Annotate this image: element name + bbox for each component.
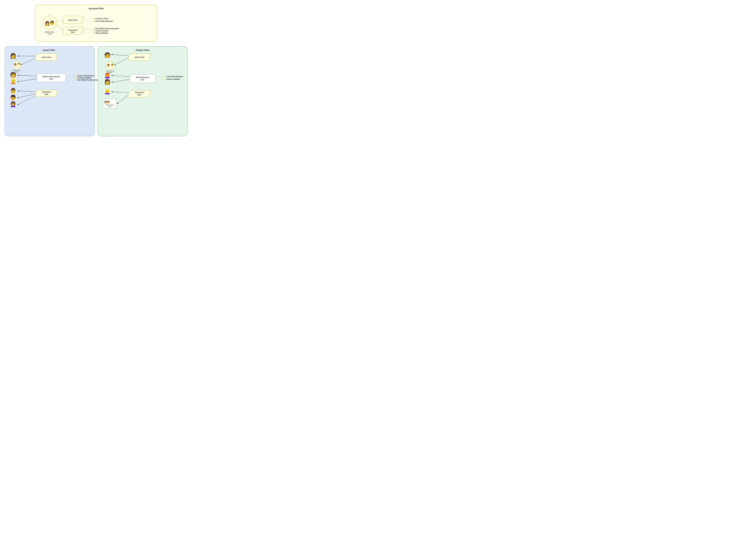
project-hex-avatar-2: 👨 <box>111 64 114 66</box>
asset-title: Asset iTwin <box>43 49 55 51</box>
project-avatar-c: 👩‍🦰 <box>104 72 111 79</box>
project-avatar-d: 👩 <box>104 79 111 85</box>
project-title: Project iTwin <box>136 49 150 51</box>
external-group-label-1: External Users <box>106 104 114 106</box>
account-group-label-line2: Group <box>47 33 52 35</box>
asset-imodel-admin-role-shape <box>37 74 66 82</box>
project-imodel-manager-role-shape <box>130 75 155 83</box>
asset-avatar-4: 👱 <box>10 78 16 84</box>
account-perm-lightning-4: ⚡ Create an Issue <box>93 30 108 32</box>
asset-imodel-admin-role-label-2: Role <box>49 78 53 80</box>
asset-participant-role-label-1: Participant <box>42 91 51 93</box>
diagram-svg: Account iTwin 👩 👨 Administrator Group Ad… <box>3 3 189 138</box>
project-avatar-a: 🧑 <box>104 52 111 58</box>
project-imodel-perm-2: ⚡ Create an iModel <box>164 78 180 80</box>
asset-avatar-3: 🧑 <box>10 72 16 78</box>
account-title: Account iTwin <box>89 7 104 10</box>
asset-avatar-5: 👨 <box>10 88 16 94</box>
asset-imodel-admin-role-label-1: iModel Administrator <box>42 76 60 78</box>
asset-avatar-1: 👩 <box>10 53 16 59</box>
asset-admin-role-label: Admin Role <box>42 56 51 58</box>
asset-imodel-perm-2: ⚡ Create an iModel <box>75 77 91 79</box>
account-group-label-line1: Administrator <box>45 31 55 33</box>
project-hex-avatar-1: 👩 <box>107 64 110 67</box>
account-perm-lightning-3: ⚡ Run iModel Synchronization <box>93 27 119 30</box>
account-avatar-male: 👨 <box>50 20 55 25</box>
project-participant-role-label-2: Role <box>137 94 141 96</box>
account-perm-lightning-5: ⚡ View an iModel <box>93 32 108 34</box>
external-group-avatar-1: 👩 <box>104 101 107 104</box>
asset-participant-role-label-2: Role <box>45 93 48 95</box>
account-participant-role-label-2: Role <box>71 31 75 33</box>
main-diagram: Account iTwin 👩 👨 Administrator Group Ad… <box>3 3 189 138</box>
account-participant-role-label-1: Participant <box>68 29 78 31</box>
account-avatar-female: 👩 <box>45 21 50 26</box>
asset-imodel-perm-1: ⚡ Invite iTwin Members <box>75 75 94 77</box>
external-group-label-2: Group <box>108 106 112 107</box>
project-admin-role-label: Admin Role <box>134 56 144 58</box>
asset-hex-avatar-2: 👨 <box>17 63 20 66</box>
asset-avatar-7: 👩‍🦱 <box>10 101 16 107</box>
asset-admin-group-label-1: Administrator <box>13 70 21 71</box>
project-participant-role-label-1: Participant <box>135 91 144 93</box>
asset-avatar-6: 👦 <box>10 95 16 101</box>
project-admin-group-label-1: Administrator <box>106 70 114 72</box>
account-perm-lightning-2: ⚡ Invite iTwin Members <box>93 20 113 22</box>
asset-imodel-perm-3: ⚡ Run iModel Synchronization <box>75 79 100 81</box>
project-imodel-manager-label-2: Role <box>141 79 145 81</box>
project-avatar-e: 👱‍♀️ <box>104 88 111 95</box>
project-imodel-manager-label-1: iModel Manager <box>136 76 149 78</box>
account-admin-role-label: Admin Role <box>68 19 78 21</box>
asset-hex-avatar-1: 👩 <box>14 63 17 66</box>
project-imodel-perm-1: ⚡ Invite iTwin Members <box>164 76 183 78</box>
account-perm-lightning-1: ⚡ Create an iTwin <box>93 17 108 20</box>
external-group-avatar-2: 🧑 <box>107 101 110 104</box>
